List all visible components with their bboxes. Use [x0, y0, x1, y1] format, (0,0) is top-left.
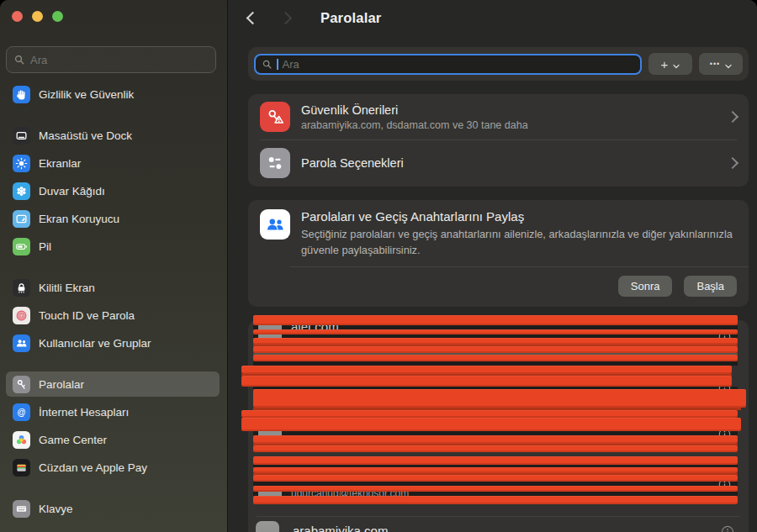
redaction-box: [253, 435, 738, 444]
redaction-box: [241, 410, 738, 418]
redaction-box: [253, 346, 738, 353]
redaction-box: [253, 467, 738, 473]
redaction-box: [253, 315, 738, 325]
redaction-box: [253, 475, 738, 482]
redaction-box: [253, 338, 738, 345]
redaction-box: [253, 456, 738, 465]
redaction-box: [241, 366, 732, 374]
redaction-box: [253, 445, 738, 452]
redaction-box: [253, 486, 738, 492]
redaction-box: [253, 355, 738, 361]
redaction-box: [241, 418, 741, 431]
redaction-box: [253, 496, 738, 504]
redaction-box: [241, 376, 732, 387]
system-settings-window: Ara Gizlilik ve GüvenlikMasaüstü ve Dock…: [0, 0, 757, 532]
redaction-overlay: ajet.comugurcanug@teknosor.com: [0, 0, 757, 532]
redaction-box: [253, 389, 746, 408]
